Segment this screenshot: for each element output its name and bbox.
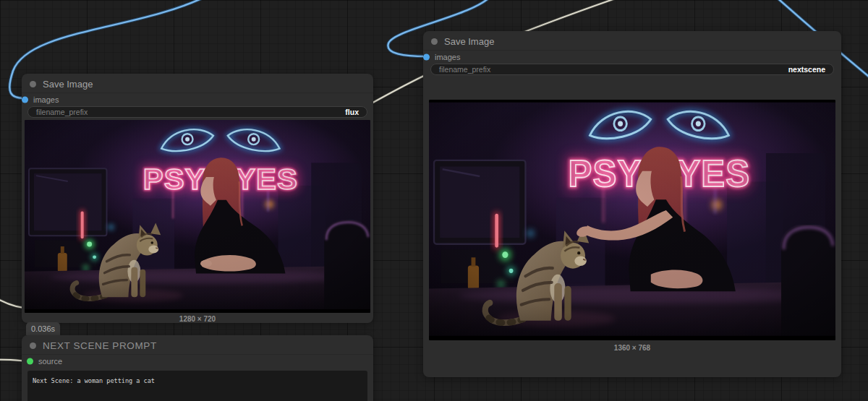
source-output-row: source — [22, 355, 373, 368]
node-status-dot — [30, 81, 36, 87]
node-next-scene-prompt[interactable]: NEXT SCENE PROMPT source Next Scene: a w… — [22, 335, 373, 401]
node-title: Save Image — [43, 79, 93, 90]
image-preview[interactable]: PSY EYES PSY EYES PSY EYES — [25, 120, 370, 313]
source-output-port[interactable] — [27, 358, 33, 365]
images-input-label: images — [33, 95, 59, 104]
widget-name: filename_prefix — [439, 65, 490, 74]
filename-prefix-widget[interactable]: filename_prefix flux — [27, 106, 367, 118]
node-title: Save Image — [444, 36, 494, 47]
image-dimensions: 1360 × 768 — [423, 343, 841, 353]
node-status-dot — [431, 38, 438, 45]
images-input-label: images — [435, 53, 460, 61]
widget-value: nextscene — [788, 65, 825, 74]
images-input-port[interactable] — [423, 54, 430, 61]
node-save-image-left[interactable]: Save Image images filename_prefix flux P… — [22, 74, 373, 323]
execution-time-badge: 0.036s — [26, 322, 60, 335]
generated-scene: PSY EYES PSY EYES PSY EYES — [429, 100, 835, 340]
image-dimensions: 1280 × 720 — [22, 314, 373, 324]
filename-prefix-widget[interactable]: filename_prefix nextscene — [430, 64, 834, 75]
node-save-image-right[interactable]: Save Image images filename_prefix nextsc… — [423, 31, 841, 377]
node-title: NEXT SCENE PROMPT — [43, 340, 157, 351]
node-status-dot — [30, 342, 36, 349]
source-output-label: source — [38, 357, 62, 366]
images-input-row: images — [423, 51, 841, 64]
image-preview[interactable]: PSY EYES PSY EYES PSY EYES — [429, 100, 835, 340]
node-header[interactable]: NEXT SCENE PROMPT — [22, 335, 373, 355]
images-input-row: images — [22, 93, 373, 106]
node-header[interactable]: Save Image — [22, 74, 373, 93]
widget-value: flux — [345, 108, 359, 116]
generated-scene: PSY EYES PSY EYES PSY EYES — [25, 120, 370, 313]
images-input-port[interactable] — [22, 97, 28, 103]
widget-name: filename_prefix — [36, 108, 88, 116]
prompt-text-area[interactable]: Next Scene: a woman petting a cat — [27, 371, 367, 401]
node-header[interactable]: Save Image — [423, 31, 841, 51]
